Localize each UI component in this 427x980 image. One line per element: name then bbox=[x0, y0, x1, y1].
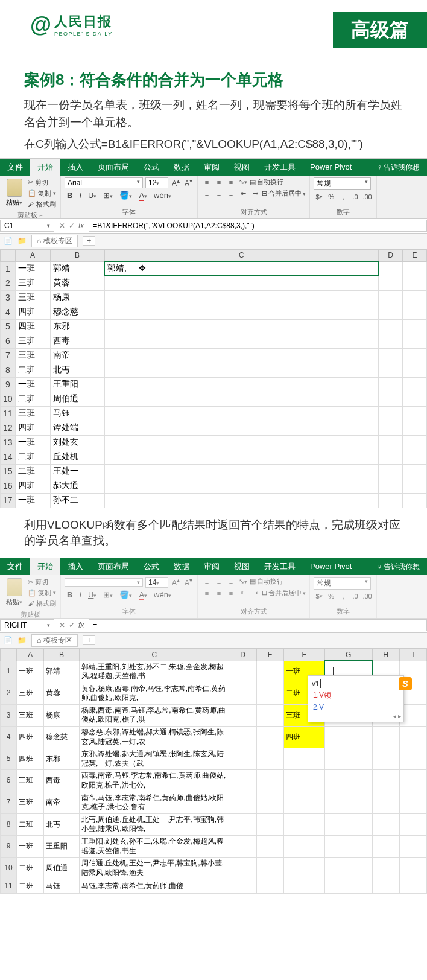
cell[interactable]: 北丐 bbox=[50, 363, 104, 377]
font-selector[interactable]: ▾ bbox=[65, 578, 143, 587]
cell[interactable]: 一班 bbox=[15, 377, 50, 392]
align-center-icon[interactable]: ≡ bbox=[214, 189, 224, 199]
cell[interactable] bbox=[256, 792, 283, 813]
cell[interactable] bbox=[372, 792, 399, 813]
cell[interactable] bbox=[372, 836, 399, 858]
cell[interactable] bbox=[283, 836, 324, 858]
row-header[interactable]: 1 bbox=[1, 661, 17, 682]
cell[interactable]: 王重阳,刘处玄,孙不二,朱聪,全金发,梅超风,程瑶迦,天竺僧,书生 bbox=[79, 836, 229, 858]
tab-developer[interactable]: 开发工具 bbox=[257, 159, 303, 176]
cell[interactable] bbox=[372, 727, 399, 748]
italic-button[interactable]: I bbox=[77, 190, 84, 200]
table-row[interactable]: 4四班穆念慈 bbox=[1, 305, 427, 319]
row-header[interactable]: 2 bbox=[1, 276, 16, 290]
col-header[interactable] bbox=[1, 649, 17, 661]
cell[interactable] bbox=[229, 682, 256, 704]
cell[interactable] bbox=[372, 748, 399, 770]
new-doc-icon[interactable]: 📄 bbox=[4, 636, 13, 644]
cell[interactable]: 二班 bbox=[17, 879, 44, 894]
row-header[interactable]: 8 bbox=[1, 813, 17, 835]
col-header[interactable]: B bbox=[50, 249, 104, 261]
cell[interactable] bbox=[229, 792, 256, 813]
cell[interactable] bbox=[104, 479, 378, 493]
table-row[interactable]: 6三班西毒 bbox=[1, 334, 427, 348]
cell[interactable]: 一班 bbox=[17, 836, 44, 858]
table-row[interactable]: 14二班丘处机 bbox=[1, 450, 427, 464]
cell[interactable]: 三班 bbox=[15, 406, 50, 421]
cell[interactable] bbox=[256, 682, 283, 704]
cell[interactable] bbox=[324, 727, 372, 748]
table-row[interactable]: 8二班北丐 bbox=[1, 363, 427, 377]
cell[interactable]: 一班 bbox=[15, 261, 50, 276]
tab-powerpivot[interactable]: Power Pivot bbox=[303, 558, 359, 575]
cell[interactable] bbox=[283, 792, 324, 813]
spreadsheet-2[interactable]: ABCDEFGHI1一班郭靖郭靖,王重阳,刘处玄,孙不二,朱聪,全金发,梅超风,… bbox=[0, 649, 427, 894]
table-row[interactable]: 7三班南帝南帝,马钰,李志常,南希仁,黄药师,曲傻姑,欧阳克,樵子,洪七公,鲁有 bbox=[1, 792, 427, 813]
cell[interactable] bbox=[399, 858, 426, 879]
cancel-icon[interactable]: ✕ bbox=[59, 221, 65, 230]
cell[interactable]: 周伯通 bbox=[50, 392, 104, 406]
cell[interactable] bbox=[399, 792, 426, 813]
cell[interactable] bbox=[324, 879, 372, 894]
ime-input[interactable]: v'l bbox=[311, 678, 401, 689]
cell[interactable]: 王处一 bbox=[50, 464, 104, 479]
table-row[interactable]: 9一班王重阳 bbox=[1, 377, 427, 392]
add-tab-button[interactable]: + bbox=[83, 635, 95, 645]
cell[interactable] bbox=[256, 748, 283, 770]
cell[interactable] bbox=[379, 435, 403, 450]
indent-inc-icon[interactable]: ⇥ bbox=[250, 189, 261, 199]
col-header[interactable]: E bbox=[403, 249, 427, 261]
cell[interactable]: 穆念慈 bbox=[50, 305, 104, 319]
tab-review[interactable]: 审阅 bbox=[197, 558, 227, 575]
col-header[interactable]: I bbox=[399, 649, 426, 661]
cell[interactable] bbox=[379, 319, 403, 334]
cell[interactable] bbox=[399, 836, 426, 858]
row-header[interactable]: 11 bbox=[1, 879, 17, 894]
open-folder-icon[interactable]: 📁 bbox=[17, 636, 27, 644]
cell[interactable] bbox=[379, 348, 403, 363]
wrap-text-button[interactable]: ▤自动换行 bbox=[250, 177, 283, 186]
row-header[interactable]: 7 bbox=[1, 792, 17, 813]
ime-option-1[interactable]: 1.V领 bbox=[311, 689, 401, 702]
template-tab[interactable]: ⌂ 模板专区 bbox=[31, 235, 78, 247]
cell[interactable] bbox=[372, 858, 399, 879]
ime-nav[interactable]: ◂ ▸ bbox=[311, 713, 401, 719]
name-box[interactable]: RIGHT▾ bbox=[0, 619, 54, 631]
cell[interactable]: 四班 bbox=[17, 727, 44, 748]
cell[interactable] bbox=[283, 858, 324, 879]
tab-insert[interactable]: 插入 bbox=[60, 159, 90, 176]
cell[interactable] bbox=[324, 792, 372, 813]
cell[interactable] bbox=[229, 727, 256, 748]
cell[interactable]: 马钰 bbox=[50, 406, 104, 421]
cell[interactable]: 四班 bbox=[283, 727, 324, 748]
enter-icon[interactable]: ✓ bbox=[69, 221, 75, 230]
number-format-selector[interactable]: 常规▾ bbox=[314, 177, 371, 190]
ime-option-2[interactable]: 2.V bbox=[311, 702, 401, 713]
format-painter-button[interactable]: 🖌格式刷 bbox=[27, 599, 57, 609]
orientation-icon[interactable]: ⤡▾ bbox=[238, 177, 248, 187]
row-header[interactable]: 11 bbox=[1, 406, 16, 421]
shrink-font-icon[interactable]: A▾ bbox=[183, 577, 194, 587]
cell[interactable]: 杨康,西毒,南帝,马钰,李志常,南希仁,黄药师,曲傻姑,欧阳克,樵子,洪 bbox=[79, 704, 229, 726]
tab-home[interactable]: 开始 bbox=[30, 159, 60, 176]
cell[interactable]: 四班 bbox=[15, 305, 50, 319]
font-selector[interactable]: Arial ▾ bbox=[65, 177, 143, 188]
tell-me[interactable]: ♀告诉我你想 bbox=[370, 558, 427, 575]
cell[interactable] bbox=[379, 479, 403, 493]
cell[interactable] bbox=[379, 421, 403, 435]
cell[interactable] bbox=[324, 813, 372, 835]
cell[interactable] bbox=[403, 348, 427, 363]
tab-formulas[interactable]: 公式 bbox=[136, 159, 166, 176]
row-header[interactable]: 1 bbox=[1, 261, 16, 276]
copy-button[interactable]: 📋复制▾ bbox=[27, 588, 57, 598]
col-header[interactable]: C bbox=[79, 649, 229, 661]
cell[interactable] bbox=[403, 363, 427, 377]
cell[interactable] bbox=[104, 319, 378, 334]
align-left-icon[interactable]: ≡ bbox=[201, 189, 212, 199]
cell[interactable]: 二班 bbox=[15, 392, 50, 406]
cell[interactable]: 四班 bbox=[15, 479, 50, 493]
table-row[interactable]: 11三班马钰 bbox=[1, 406, 427, 421]
cell[interactable]: 南帝,马钰,李志常,南希仁,黄药师,曲傻姑,欧阳克,樵子,洪七公,鲁有 bbox=[79, 792, 229, 813]
cell[interactable] bbox=[256, 858, 283, 879]
cell[interactable] bbox=[256, 813, 283, 835]
